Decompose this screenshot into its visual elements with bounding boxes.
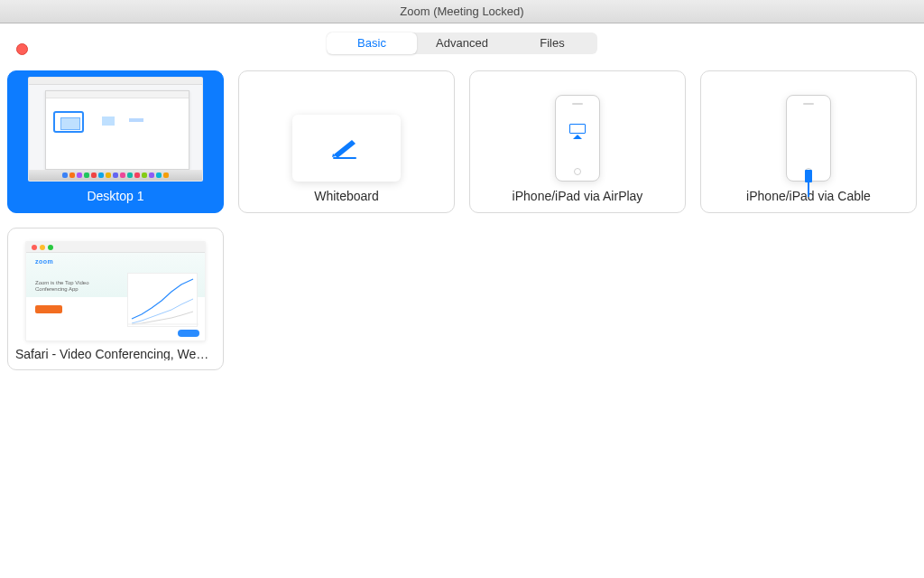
marker-icon — [328, 136, 365, 160]
share-option-airplay[interactable]: iPhone/iPad via AirPlay — [469, 70, 686, 213]
cable-icon — [805, 170, 812, 197]
safari-thumbnail: zoom Zoom is the Top Video Conferencing … — [25, 241, 206, 341]
share-tabs: Basic Advanced Files — [327, 33, 597, 54]
share-option-label: iPhone/iPad via AirPlay — [470, 189, 685, 203]
window-close-button[interactable] — [16, 43, 28, 55]
safari-page-headline: Zoom is the Top Video Conferencing App — [35, 280, 98, 293]
share-option-label: Whiteboard — [239, 189, 454, 203]
share-options-grid: Desktop 1 Whiteboard — [4, 70, 924, 370]
window-title: Zoom (Meeting Locked) — [400, 5, 523, 18]
share-option-safari[interactable]: zoom Zoom is the Top Video Conferencing … — [7, 228, 224, 370]
share-option-desktop-1[interactable]: Desktop 1 — [7, 70, 224, 213]
safari-page-logo: zoom — [35, 258, 53, 265]
whiteboard-preview — [292, 115, 401, 182]
share-option-label: Desktop 1 — [8, 189, 223, 203]
desktop-thumbnail — [28, 77, 203, 182]
share-option-cable[interactable]: iPhone/iPad via Cable — [700, 70, 917, 213]
phone-airplay-preview — [555, 95, 600, 182]
tab-advanced[interactable]: Advanced — [417, 33, 507, 54]
tab-basic[interactable]: Basic — [327, 33, 417, 54]
phone-cable-preview — [786, 95, 831, 182]
tab-files[interactable]: Files — [507, 33, 597, 54]
share-option-whiteboard[interactable]: Whiteboard — [238, 70, 455, 213]
window-body: Basic Advanced Files Desktop 1 — [0, 23, 924, 578]
airplay-icon — [569, 124, 586, 136]
share-option-label: Safari - Video Conferencing, Web Confere… — [8, 347, 223, 360]
titlebar: Zoom (Meeting Locked) — [0, 0, 924, 23]
